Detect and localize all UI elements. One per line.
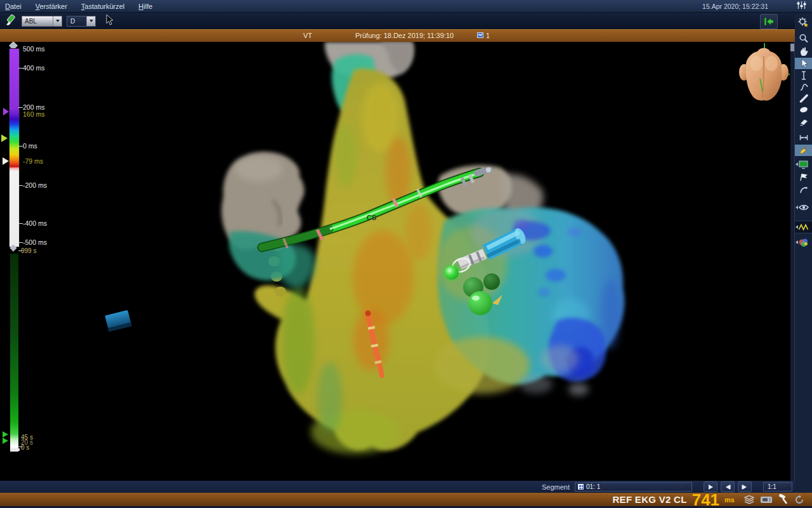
lat-tick-neg200: -200 ms (23, 181, 47, 189)
layers-status-icon[interactable] (743, 495, 755, 505)
measure-distance-icon[interactable] (795, 132, 812, 143)
time-zero-handle[interactable] (11, 448, 20, 451)
select-pointer-icon[interactable] (795, 58, 812, 69)
segment-select[interactable]: 01: 1 (575, 482, 692, 492)
segment-playback-bar: Segment 01: 1 1:1 (0, 481, 795, 493)
time-marker-a[interactable] (3, 431, 8, 438)
status-bar: REF EKG V2 CL 741 ms (0, 493, 812, 508)
map-viewport[interactable]: CS (0, 42, 795, 481)
lat-tick-500: 500 ms (23, 45, 44, 53)
map-surface-right-lobe (435, 207, 624, 396)
lat-tick-400: 400 ms (23, 64, 44, 72)
chevron-down-icon[interactable] (86, 16, 95, 26)
cursor-arrow-icon (104, 14, 114, 29)
playback-scale-value: 1:1 (768, 483, 785, 490)
segment-label: Segment (542, 483, 570, 491)
body-orientation-indicator[interactable] (735, 43, 790, 101)
catheter-toolbar: ABL D (0, 13, 795, 29)
connector-select[interactable]: D (67, 16, 96, 27)
playback-scale-select[interactable]: 1:1 (763, 482, 792, 492)
study-label: Prüfung: 18.Dez 2019; 11:39:10 (355, 32, 454, 39)
cs-catheter-label: CS (367, 214, 376, 221)
activation-map-3d[interactable]: CS (0, 42, 795, 481)
undo-view-button[interactable] (760, 14, 778, 29)
cycle-length-value: 741 (692, 493, 719, 506)
device-status-icon[interactable] (760, 495, 773, 504)
catheter-select[interactable]: ABL (22, 16, 62, 27)
system-clock: 15.Apr 2020; 15:22:31 (702, 3, 768, 10)
flag-annotation-icon[interactable] (795, 171, 812, 183)
lat-mid-marker[interactable] (1, 134, 8, 142)
settings-gear-icon[interactable] (795, 16, 812, 28)
erase-tool-icon[interactable] (795, 115, 812, 127)
menu-datei[interactable]: Datei (5, 3, 22, 10)
clean-duster-icon[interactable] (795, 145, 812, 156)
chevron-down-icon (785, 486, 789, 488)
zoom-tool-icon[interactable] (795, 33, 812, 44)
menu-hilfe[interactable]: Hilfe (138, 3, 152, 10)
curve-arrow-icon[interactable] (795, 184, 812, 195)
time-tick-0: 0 s (21, 444, 29, 451)
annotation-count: 1 (486, 32, 490, 39)
time-marker-b[interactable] (3, 438, 8, 444)
segment-select-value: 01: 1 (586, 483, 683, 490)
lat-tick-neg500: -500 ms (23, 238, 47, 246)
pan-hand-icon[interactable] (795, 46, 812, 57)
menu-tastaturkuerzel[interactable]: Tastaturkürzel (81, 3, 124, 10)
annotation-icon[interactable] (477, 32, 484, 40)
screen-record-icon[interactable] (795, 159, 812, 170)
lat-tick-160: 160 ms (23, 110, 44, 118)
carto-mapping-window: Datei Verstärker Tastaturkürzel Hilfe 15… (0, 0, 812, 508)
cycle-length-unit: ms (724, 496, 735, 504)
segment-icon (578, 484, 584, 490)
menu-bar: Datei Verstärker Tastaturkürzel Hilfe 15… (0, 0, 812, 13)
menu-verstaerker[interactable]: Verstärker (36, 3, 67, 10)
visibility-eye-icon[interactable] (795, 202, 812, 213)
lat-tick-neg400: -400 ms (23, 219, 47, 227)
step-back-button[interactable] (721, 481, 735, 492)
colormap-icon[interactable] (795, 237, 812, 248)
map-type-label: VT (303, 32, 312, 39)
draw-line-tool-icon[interactable] (795, 93, 812, 104)
pen-tool-icon[interactable] (4, 14, 17, 29)
catheter-select-value: ABL (22, 18, 53, 25)
ibeam-tool-icon[interactable] (795, 70, 812, 81)
tool-palette (794, 13, 812, 493)
step-forward-button[interactable] (738, 481, 752, 492)
reference-patch (105, 310, 131, 332)
spline-tool-icon[interactable] (795, 81, 812, 93)
time-tick-999: 999 s (21, 247, 36, 254)
color-scale-area: 500 ms 400 ms 200 ms 160 ms 0 ms -79 ms … (0, 42, 63, 460)
lat-tick-0: 0 ms (23, 142, 37, 150)
time-color-bar[interactable] (10, 254, 18, 452)
ref-channel-label: REF EKG V2 CL (612, 494, 686, 505)
lat-color-bar[interactable] (9, 48, 20, 247)
lat-lower-marker[interactable] (3, 157, 9, 165)
chevron-down-icon[interactable] (53, 16, 62, 26)
sync-spinner-icon[interactable] (794, 495, 804, 505)
signal-wave-icon[interactable] (795, 221, 812, 233)
tool-hammer-icon[interactable] (778, 494, 789, 505)
lat-tick-neg79: -79 ms (23, 157, 43, 165)
lat-upper-marker[interactable] (3, 108, 9, 115)
ellipse-tool-icon[interactable] (795, 104, 812, 115)
chevron-down-icon (685, 486, 689, 488)
map-header-bar: VT Prüfung: 18.Dez 2019; 11:39:10 1 (0, 29, 795, 42)
equalizer-icon[interactable] (796, 1, 807, 12)
connector-select-value: D (67, 18, 86, 25)
